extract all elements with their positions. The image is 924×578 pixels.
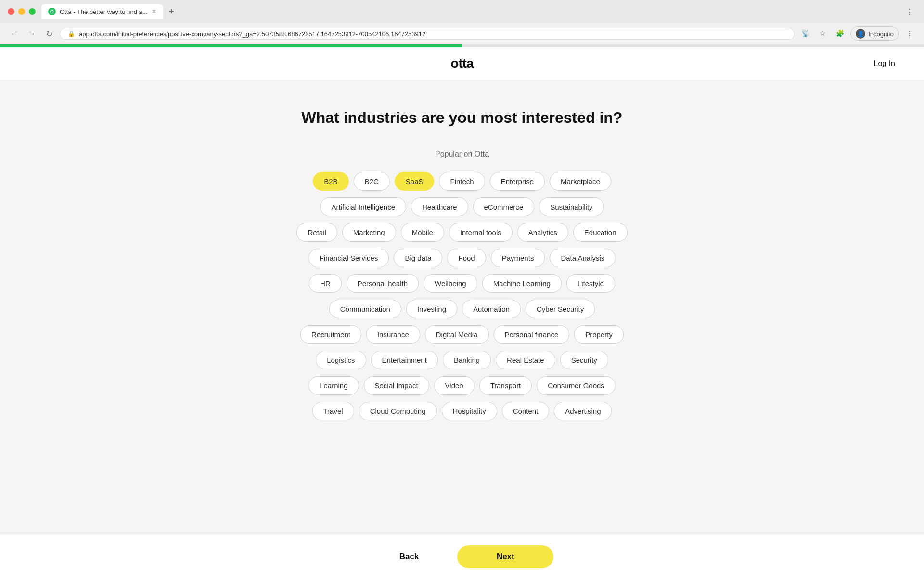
tag-cloud-computing[interactable]: Cloud Computing xyxy=(359,402,437,420)
popular-label: Popular on Otta xyxy=(241,150,683,158)
extensions-icon[interactable]: 🧩 xyxy=(833,26,847,40)
refresh-button[interactable]: ↻ xyxy=(42,27,56,40)
tag-row-10: Travel Cloud Computing Hospitality Conte… xyxy=(312,402,612,420)
tag-lifestyle[interactable]: Lifestyle xyxy=(566,274,615,293)
more-menu-button[interactable]: ⋮ xyxy=(903,5,916,18)
tag-entertainment[interactable]: Entertainment xyxy=(371,351,438,369)
tag-security[interactable]: Security xyxy=(560,351,608,369)
tag-travel[interactable]: Travel xyxy=(312,402,354,420)
bottom-navigation: Back Next xyxy=(0,535,924,578)
tag-advertising[interactable]: Advertising xyxy=(554,402,612,420)
page-content: otta Log In What industries are you most… xyxy=(0,44,924,578)
back-button[interactable]: Back xyxy=(371,545,448,568)
tag-enterprise[interactable]: Enterprise xyxy=(490,172,545,191)
tag-marketing[interactable]: Marketing xyxy=(342,223,396,242)
tags-container: B2B B2C SaaS Fintech Enterprise Marketpl… xyxy=(241,172,683,420)
tag-row-5: HR Personal health Wellbeing Machine Lea… xyxy=(309,274,615,293)
tag-artificial-intelligence[interactable]: Artificial Intelligence xyxy=(320,197,406,216)
tag-property[interactable]: Property xyxy=(574,325,624,344)
tag-b2b[interactable]: B2B xyxy=(313,172,348,191)
tag-fintech[interactable]: Fintech xyxy=(439,172,485,191)
address-bar[interactable]: 🔒 app.otta.com/initial-preferences/posit… xyxy=(60,28,795,40)
tag-food[interactable]: Food xyxy=(447,249,486,267)
tag-transport[interactable]: Transport xyxy=(479,376,532,395)
tab-close-button[interactable]: ✕ xyxy=(152,8,156,15)
tag-personal-finance[interactable]: Personal finance xyxy=(494,325,570,344)
tag-row-4: Financial Services Big data Food Payment… xyxy=(308,249,616,267)
tag-banking[interactable]: Banking xyxy=(443,351,491,369)
tag-internal-tools[interactable]: Internal tools xyxy=(449,223,513,242)
incognito-icon: 👤 xyxy=(856,29,865,39)
toolbar-actions: 📡 ☆ 🧩 👤 Incognito ⋮ xyxy=(798,26,916,41)
tag-retail[interactable]: Retail xyxy=(296,223,337,242)
tag-row-8: Logistics Entertainment Banking Real Est… xyxy=(316,351,608,369)
site-logo[interactable]: otta xyxy=(450,56,473,71)
tag-row-6: Communication Investing Automation Cyber… xyxy=(329,300,595,318)
tag-communication[interactable]: Communication xyxy=(329,300,401,318)
cast-icon[interactable]: 📡 xyxy=(798,26,812,40)
tag-cyber-security[interactable]: Cyber Security xyxy=(526,300,595,318)
close-window-button[interactable] xyxy=(8,8,14,15)
traffic-lights xyxy=(8,8,36,15)
tab-title: Otta - The better way to find a... xyxy=(60,8,148,15)
tab-favicon: O xyxy=(48,8,56,15)
tag-saas[interactable]: SaaS xyxy=(395,172,435,191)
main-content: What industries are you most interested … xyxy=(221,80,703,478)
tag-row-1: B2B B2C SaaS Fintech Enterprise Marketpl… xyxy=(313,172,611,191)
browser-toolbar: ← → ↻ 🔒 app.otta.com/initial-preferences… xyxy=(0,23,924,44)
tag-sustainability[interactable]: Sustainability xyxy=(539,197,603,216)
tag-b2c[interactable]: B2C xyxy=(354,172,390,191)
tag-mobile[interactable]: Mobile xyxy=(401,223,444,242)
browser-chrome: O Otta - The better way to find a... ✕ +… xyxy=(0,0,924,44)
page-title: What industries are you most interested … xyxy=(241,109,683,127)
tag-education[interactable]: Education xyxy=(573,223,628,242)
site-header: otta Log In xyxy=(0,47,924,80)
tag-financial-services[interactable]: Financial Services xyxy=(308,249,389,267)
tag-healthcare[interactable]: Healthcare xyxy=(411,197,468,216)
tag-analytics[interactable]: Analytics xyxy=(517,223,568,242)
tag-hospitality[interactable]: Hospitality xyxy=(442,402,497,420)
tag-video[interactable]: Video xyxy=(434,376,475,395)
tag-machine-learning[interactable]: Machine Learning xyxy=(482,274,562,293)
incognito-button[interactable]: 👤 Incognito xyxy=(850,26,899,41)
lock-icon: 🔒 xyxy=(68,30,75,37)
tag-personal-health[interactable]: Personal health xyxy=(346,274,419,293)
login-button[interactable]: Log In xyxy=(874,59,895,68)
new-tab-button[interactable]: + xyxy=(165,5,179,18)
active-tab[interactable]: O Otta - The better way to find a... ✕ xyxy=(41,4,163,19)
browser-titlebar: O Otta - The better way to find a... ✕ +… xyxy=(0,0,924,23)
tag-investing[interactable]: Investing xyxy=(406,300,457,318)
tag-consumer-goods[interactable]: Consumer Goods xyxy=(537,376,616,395)
browser-menu-button[interactable]: ⋮ xyxy=(903,26,916,40)
tag-logistics[interactable]: Logistics xyxy=(316,351,366,369)
tag-wellbeing[interactable]: Wellbeing xyxy=(424,274,477,293)
tag-marketplace[interactable]: Marketplace xyxy=(550,172,611,191)
tag-data-analysis[interactable]: Data Analysis xyxy=(550,249,616,267)
tag-row-2: Artificial Intelligence Healthcare eComm… xyxy=(320,197,603,216)
tag-recruitment[interactable]: Recruitment xyxy=(300,325,361,344)
tag-hr[interactable]: HR xyxy=(309,274,342,293)
tag-learning[interactable]: Learning xyxy=(308,376,359,395)
next-button[interactable]: Next xyxy=(457,545,553,568)
incognito-label: Incognito xyxy=(868,30,894,38)
tag-content[interactable]: Content xyxy=(502,402,550,420)
bookmark-icon[interactable]: ☆ xyxy=(816,26,829,40)
forward-button[interactable]: → xyxy=(25,27,38,40)
maximize-window-button[interactable] xyxy=(29,8,36,15)
tag-insurance[interactable]: Insurance xyxy=(366,325,420,344)
minimize-window-button[interactable] xyxy=(18,8,25,15)
url-text: app.otta.com/initial-preferences/positiv… xyxy=(79,30,425,38)
tag-row-7: Recruitment Insurance Digital Media Pers… xyxy=(300,325,624,344)
tag-row-3: Retail Marketing Mobile Internal tools A… xyxy=(296,223,627,242)
tag-automation[interactable]: Automation xyxy=(462,300,521,318)
tag-real-estate[interactable]: Real Estate xyxy=(496,351,555,369)
tag-big-data[interactable]: Big data xyxy=(394,249,442,267)
tab-bar: O Otta - The better way to find a... ✕ + xyxy=(41,4,897,19)
tag-row-9: Learning Social Impact Video Transport C… xyxy=(308,376,616,395)
tag-payments[interactable]: Payments xyxy=(491,249,545,267)
tag-digital-media[interactable]: Digital Media xyxy=(425,325,489,344)
tag-social-impact[interactable]: Social Impact xyxy=(364,376,429,395)
back-button[interactable]: ← xyxy=(8,27,21,40)
tag-ecommerce[interactable]: eCommerce xyxy=(473,197,535,216)
